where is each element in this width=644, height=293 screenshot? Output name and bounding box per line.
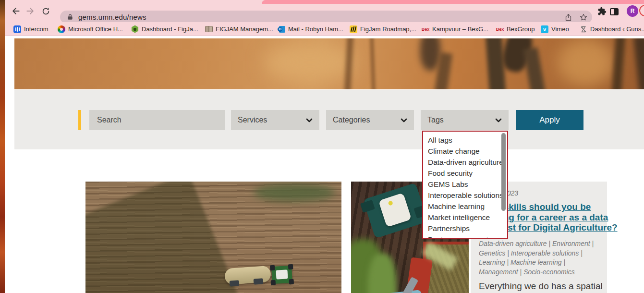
green-patch: [254, 183, 335, 202]
vimeo-icon: v: [541, 25, 548, 33]
bookmark-mail-outlook[interactable]: Mail - Robyn Ham...: [278, 24, 343, 34]
chevron-down-icon: [401, 118, 407, 122]
bookmark-intercom[interactable]: Intercom: [13, 24, 49, 34]
search-field[interactable]: [89, 110, 225, 130]
lock-icon: [66, 12, 74, 23]
tags-option[interactable]: GEMS Labs: [423, 179, 501, 190]
bookmark-vimeo[interactable]: v Vimeo: [541, 24, 569, 34]
tab-strip: [5, 0, 644, 4]
notebook-icon: [205, 25, 213, 33]
share-icon[interactable]: [562, 12, 574, 23]
hero-blur-shape: [420, 38, 440, 71]
corn-rows: [368, 254, 397, 293]
hero-blur-shape: [264, 43, 355, 82]
search-input[interactable]: [89, 110, 225, 130]
teal-tractor: [363, 183, 428, 238]
figjam-hexagon-icon: [131, 25, 139, 33]
hourglass-icon: [580, 25, 587, 33]
side-panel-icon[interactable]: [608, 6, 620, 17]
back-icon[interactable]: [10, 5, 22, 17]
hero-blur-shape: [557, 38, 615, 86]
bookmark-figjam-roadmap[interactable]: FigJam Roadmap,...: [350, 24, 416, 34]
hero-blur-shape: [370, 38, 376, 89]
tank-wheel: [254, 278, 264, 284]
bookmark-microsoft-office[interactable]: Microsoft Office H...: [58, 24, 123, 34]
chevron-down-icon: [306, 118, 313, 122]
microsoft-office-icon: [58, 25, 65, 33]
tags-option[interactable]: Interoperable solutions: [423, 190, 501, 201]
tags-option[interactable]: Market intelligence: [423, 212, 501, 223]
tank-wheel: [230, 280, 240, 286]
tags-option[interactable]: Climate change: [423, 146, 501, 157]
browser-toolbar: gems.umn.edu/news R: [5, 4, 644, 22]
bex-icon: Bex: [496, 25, 504, 33]
miro-icon: [350, 25, 357, 33]
bookmarks-bar: Intercom Microsoft Office H... Dashboard…: [5, 22, 644, 36]
address-bar[interactable]: gems.umn.edu/news: [60, 11, 592, 24]
bex-icon: Bex: [422, 25, 429, 33]
accent-stripe: [78, 110, 81, 130]
extensions-puzzle-icon[interactable]: [596, 5, 608, 17]
bookmark-kampvuur-bexgroup[interactable]: Bex Kampvuur – BexG...: [422, 24, 488, 34]
article-tag-list: Data-driven agriculture | Environment | …: [479, 239, 594, 277]
tractor: [271, 266, 292, 284]
browser-window: gems.umn.edu/news R Interco: [5, 0, 644, 293]
tags-option[interactable]: Data-driven agriculture: [423, 157, 501, 168]
profile-avatar[interactable]: R: [627, 5, 638, 17]
outlook-icon: [278, 25, 285, 33]
tags-option[interactable]: All tags: [423, 134, 501, 146]
bookmark-dashboard-guns[interactable]: Dashboard ‹ Guns...: [580, 24, 644, 34]
field-shadow: [85, 182, 246, 293]
desktop-wallpaper-stripe: [0, 0, 5, 293]
secondary-avatar-ring[interactable]: [639, 5, 644, 16]
hero-blur-shape: [523, 47, 546, 89]
dropdown-scrollbar-thumb[interactable]: [501, 133, 506, 211]
intercom-icon: [13, 25, 21, 33]
page-content: Services Categories Tags Apply: [5, 37, 644, 293]
tags-option[interactable]: Pest management: [423, 234, 501, 239]
bookmark-figjam-management[interactable]: FIGJAM Managem...: [205, 24, 273, 34]
bookmark-bexgroup[interactable]: Bex BexGroup: [496, 24, 535, 34]
hero-blur-shape: [486, 38, 506, 89]
tags-dropdown-list: All tags Climate change Data-driven agri…: [422, 131, 508, 239]
hero-wheat-image: [14, 38, 644, 89]
active-tab-edge: [262, 0, 644, 4]
apply-button[interactable]: Apply: [516, 110, 583, 130]
article-body-preview: Everything we do has a spatial: [479, 280, 603, 293]
article-image-field-tractor[interactable]: [85, 182, 341, 293]
forward-icon[interactable]: [24, 5, 36, 17]
tags-select[interactable]: Tags: [421, 110, 509, 130]
tags-option[interactable]: Food security: [423, 168, 501, 179]
chevron-down-icon: [495, 118, 502, 122]
bookmark-star-icon[interactable]: [578, 12, 589, 23]
filter-bar: Services Categories Tags Apply: [14, 90, 644, 149]
services-select[interactable]: Services: [231, 110, 319, 130]
hero-blur-shape: [611, 38, 625, 89]
url-text[interactable]: gems.umn.edu/news: [78, 13, 146, 21]
hero-blur-shape: [633, 38, 644, 89]
categories-select[interactable]: Categories: [326, 110, 414, 130]
bookmark-dashboard-figjam[interactable]: Dashboard - FigJa...: [131, 24, 198, 34]
reload-icon[interactable]: [40, 5, 51, 17]
tags-option[interactable]: Machine learning: [423, 201, 501, 212]
tags-option[interactable]: Partnerships: [423, 223, 501, 234]
